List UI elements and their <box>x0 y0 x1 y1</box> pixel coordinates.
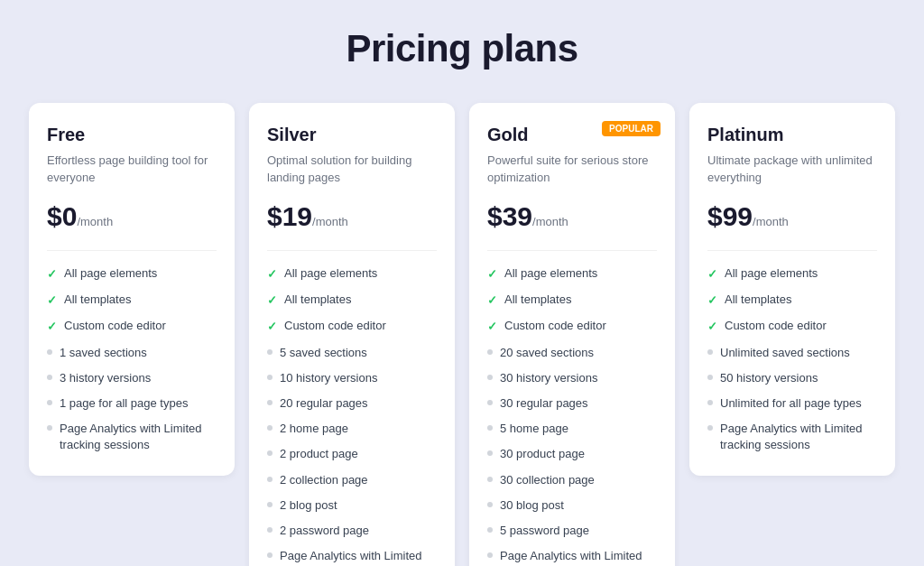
check-icon: ✓ <box>267 292 277 309</box>
feature-text: Custom code editor <box>725 318 827 334</box>
bullet-dot <box>267 375 273 380</box>
page-title: Pricing plans <box>346 27 578 70</box>
feature-item: 1 saved sections <box>47 345 217 361</box>
feature-text: 5 saved sections <box>280 345 367 361</box>
feature-item: ✓All templates <box>487 292 657 309</box>
feature-text: 2 password page <box>280 523 369 539</box>
feature-list-silver: ✓All page elements✓All templates✓Custom … <box>267 265 437 566</box>
bullet-dot <box>47 400 52 405</box>
price-period-platinum: /month <box>753 215 789 228</box>
bullet-dot <box>487 450 493 456</box>
feature-item: 2 product page <box>267 446 437 462</box>
feature-item: ✓Custom code editor <box>707 318 877 335</box>
bullet-dot <box>487 527 493 533</box>
feature-text: Custom code editor <box>64 318 166 334</box>
feature-item: 30 blog post <box>487 497 657 514</box>
price-period-silver: /month <box>312 215 348 228</box>
feature-item: 5 password page <box>487 523 657 539</box>
bullet-dot <box>267 349 273 355</box>
divider-platinum <box>707 250 877 251</box>
feature-item: 3 history versions <box>47 370 217 386</box>
feature-text: Custom code editor <box>284 318 386 334</box>
plan-name-silver: Silver <box>267 125 437 145</box>
bullet-dot <box>707 349 713 355</box>
plan-card-gold: PopularGoldPowerful suite for serious st… <box>469 103 675 566</box>
feature-text: 5 home page <box>500 421 568 437</box>
price-amount-free: $0 <box>47 201 77 231</box>
feature-text: 1 saved sections <box>60 345 147 361</box>
feature-item: Page Analytics with Limited tracking ses… <box>267 548 437 566</box>
feature-text: All page elements <box>504 265 597 282</box>
bullet-dot <box>47 349 52 355</box>
feature-item: ✓All templates <box>267 292 437 309</box>
check-icon: ✓ <box>47 292 57 309</box>
feature-item: Page Analytics with Limited tracking ses… <box>47 421 217 453</box>
check-icon: ✓ <box>487 292 497 309</box>
feature-item: ✓All templates <box>47 292 217 309</box>
check-icon: ✓ <box>267 319 277 335</box>
feature-item: ✓Custom code editor <box>487 318 657 335</box>
popular-badge: Popular <box>602 121 661 136</box>
plan-desc-platinum: Ultimate package with unlimited everythi… <box>707 153 877 187</box>
feature-item: ✓All page elements <box>267 265 437 283</box>
feature-item: 10 history versions <box>267 370 437 386</box>
plan-card-free: FreeEffortless page building tool for ev… <box>29 103 235 476</box>
plan-card-silver: SilverOptimal solution for building land… <box>249 103 455 566</box>
plan-name-platinum: Platinum <box>707 125 877 145</box>
feature-text: 3 history versions <box>60 370 151 386</box>
feature-text: 10 history versions <box>280 370 377 386</box>
bullet-dot <box>487 375 493 380</box>
feature-text: 2 product page <box>280 446 358 462</box>
bullet-dot <box>47 425 52 431</box>
bullet-dot <box>47 375 52 380</box>
price-amount-gold: $39 <box>487 201 532 231</box>
check-icon: ✓ <box>707 319 717 335</box>
feature-text: Unlimited for all page types <box>720 395 862 412</box>
bullet-dot <box>487 349 493 355</box>
feature-item: 2 password page <box>267 523 437 539</box>
price-period-gold: /month <box>532 215 568 228</box>
feature-text: All page elements <box>64 265 157 282</box>
bullet-dot <box>487 552 493 558</box>
feature-text: 2 blog post <box>280 497 337 514</box>
feature-text: 30 collection page <box>500 472 595 488</box>
bullet-dot <box>487 425 493 431</box>
bullet-dot <box>707 425 713 431</box>
feature-text: All templates <box>725 292 791 308</box>
feature-text: Page Analytics with Limited tracking ses… <box>720 421 877 453</box>
feature-text: All page elements <box>284 265 377 282</box>
plan-card-platinum: PlatinumUltimate package with unlimited … <box>689 103 895 476</box>
feature-list-free: ✓All page elements✓All templates✓Custom … <box>47 265 217 454</box>
bullet-dot <box>267 477 273 482</box>
plan-desc-free: Effortless page building tool for everyo… <box>47 153 217 187</box>
bullet-dot <box>707 375 713 380</box>
feature-item: ✓All page elements <box>47 265 217 283</box>
plan-price-platinum: $99/month <box>707 201 877 232</box>
plan-desc-gold: Powerful suite for serious store optimiz… <box>487 153 657 187</box>
price-amount-platinum: $99 <box>707 201 753 231</box>
feature-item: ✓All page elements <box>487 265 657 283</box>
check-icon: ✓ <box>267 266 277 283</box>
plan-price-gold: $39/month <box>487 201 657 232</box>
check-icon: ✓ <box>707 266 717 283</box>
feature-text: All templates <box>284 292 351 308</box>
divider-free <box>47 250 217 251</box>
feature-item: 30 product page <box>487 446 657 462</box>
bullet-dot <box>267 450 273 456</box>
feature-item: 2 collection page <box>267 472 437 488</box>
feature-text: 1 page for all page types <box>60 395 188 412</box>
feature-item: 2 home page <box>267 421 437 437</box>
bullet-dot <box>267 502 273 507</box>
feature-item: 5 saved sections <box>267 345 437 361</box>
check-icon: ✓ <box>707 292 717 309</box>
price-amount-silver: $19 <box>267 201 312 231</box>
bullet-dot <box>267 527 273 533</box>
divider-gold <box>487 250 657 251</box>
feature-text: All page elements <box>725 265 818 282</box>
feature-text: All templates <box>64 292 131 308</box>
bullet-dot <box>267 400 273 405</box>
bullet-dot <box>267 425 273 431</box>
feature-item: 5 home page <box>487 421 657 437</box>
check-icon: ✓ <box>47 266 57 283</box>
plan-name-free: Free <box>47 125 217 145</box>
